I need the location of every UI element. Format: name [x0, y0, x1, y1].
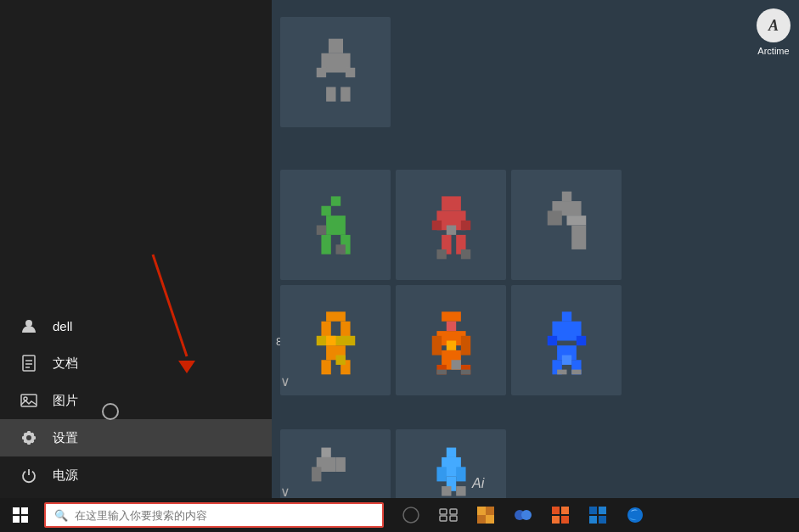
svg-rect-70 — [446, 448, 455, 457]
svg-rect-76 — [456, 486, 465, 496]
svg-rect-64 — [557, 369, 566, 374]
taskbar-icons-group — [396, 500, 650, 530]
svg-rect-91 — [486, 515, 494, 524]
orange-tiles-icon[interactable] — [545, 500, 576, 530]
svg-rect-96 — [552, 516, 560, 524]
user-icon — [20, 317, 37, 334]
svg-rect-95 — [561, 507, 569, 514]
svg-point-83 — [403, 507, 419, 523]
search-input[interactable] — [75, 509, 374, 522]
svg-rect-24 — [460, 220, 470, 229]
start-menu: dell 文档 图片 — [0, 0, 272, 501]
tile-1[interactable] — [280, 17, 391, 127]
ai-label: Ai — [472, 476, 484, 491]
svg-rect-99 — [599, 507, 606, 514]
taskbar-search-bar[interactable]: 🔍 — [44, 502, 384, 528]
documents-item[interactable]: 文档 — [0, 344, 272, 382]
svg-rect-43 — [335, 355, 345, 364]
power-icon — [20, 467, 37, 484]
svg-rect-11 — [345, 67, 354, 76]
svg-rect-80 — [21, 507, 28, 514]
user-name-label: dell — [53, 319, 72, 333]
svg-rect-29 — [460, 249, 470, 258]
svg-rect-30 — [561, 191, 571, 200]
tile-7[interactable] — [511, 285, 622, 395]
svg-rect-69 — [335, 457, 345, 472]
arctime-badge: A — [757, 8, 791, 42]
svg-rect-101 — [599, 516, 606, 524]
svg-rect-20 — [335, 244, 345, 254]
svg-rect-56 — [561, 311, 571, 321]
svg-rect-89 — [486, 507, 494, 515]
start-menu-items: dell 文档 图片 — [0, 300, 272, 501]
edge-browser-icon[interactable] — [620, 500, 650, 530]
tile-5[interactable] — [280, 285, 391, 395]
tile-4[interactable] — [511, 170, 622, 280]
svg-rect-53 — [451, 360, 460, 369]
pictures-item[interactable]: 图片 — [0, 382, 272, 419]
svg-rect-52 — [446, 340, 455, 350]
tiles-area: A Arctime ∨ — [272, 0, 799, 501]
arctime-label: Arctime — [757, 46, 789, 56]
svg-rect-21 — [442, 196, 461, 210]
blue-app-icon[interactable] — [508, 500, 538, 530]
svg-rect-42 — [326, 335, 335, 344]
settings-label: 设置 — [53, 430, 78, 446]
document-icon — [20, 355, 37, 372]
arctime-letter: A — [768, 17, 779, 35]
svg-rect-100 — [589, 516, 597, 524]
svg-rect-32 — [566, 216, 586, 225]
svg-rect-94 — [552, 507, 560, 514]
cortana-icon[interactable] — [396, 500, 426, 530]
svg-rect-17 — [321, 234, 330, 254]
settings-item[interactable]: 设置 — [0, 419, 272, 456]
svg-point-0 — [25, 320, 32, 327]
svg-rect-97 — [561, 516, 569, 524]
tile-3[interactable] — [396, 170, 506, 280]
settings-gear-icon — [20, 429, 37, 446]
svg-rect-73 — [456, 467, 465, 481]
power-item[interactable]: 电源 — [0, 456, 272, 494]
svg-rect-58 — [547, 335, 556, 344]
svg-rect-63 — [561, 355, 571, 364]
svg-rect-79 — [13, 507, 20, 514]
task-view-icon[interactable] — [433, 500, 464, 530]
tile-2[interactable] — [280, 170, 391, 280]
search-icon: 🔍 — [54, 509, 68, 522]
svg-rect-87 — [450, 516, 457, 521]
svg-rect-98 — [589, 507, 597, 514]
svg-rect-33 — [571, 225, 586, 249]
svg-rect-15 — [321, 205, 330, 215]
svg-rect-27 — [446, 225, 455, 234]
tile-9[interactable] — [396, 429, 506, 501]
taskbar-start-button[interactable] — [0, 498, 41, 532]
svg-rect-86 — [440, 516, 447, 521]
svg-rect-59 — [576, 335, 585, 344]
arctime-app-icon[interactable]: A Arctime — [757, 8, 791, 56]
tile-8[interactable] — [280, 429, 391, 501]
chevron-down-2[interactable]: ∨ — [280, 373, 290, 389]
svg-rect-12 — [326, 87, 335, 101]
svg-rect-16 — [326, 216, 346, 235]
blue-tiles-icon[interactable] — [582, 500, 613, 530]
svg-rect-66 — [321, 448, 330, 457]
orange-app-icon[interactable] — [470, 500, 501, 530]
svg-rect-47 — [431, 335, 441, 355]
svg-rect-72 — [436, 467, 446, 481]
svg-point-93 — [521, 510, 532, 520]
svg-rect-14 — [330, 196, 340, 205]
svg-rect-13 — [340, 87, 350, 101]
svg-rect-48 — [460, 335, 470, 355]
svg-rect-10 — [316, 67, 325, 76]
svg-rect-35 — [326, 311, 346, 321]
svg-rect-81 — [13, 516, 20, 523]
svg-rect-28 — [436, 249, 446, 258]
svg-rect-54 — [436, 369, 446, 374]
user-profile-item[interactable]: dell — [0, 307, 272, 344]
svg-rect-90 — [477, 515, 486, 524]
svg-rect-85 — [450, 509, 457, 514]
svg-rect-84 — [440, 509, 447, 514]
svg-rect-75 — [442, 486, 451, 496]
svg-rect-44 — [442, 311, 461, 321]
tile-6[interactable] — [396, 285, 506, 395]
